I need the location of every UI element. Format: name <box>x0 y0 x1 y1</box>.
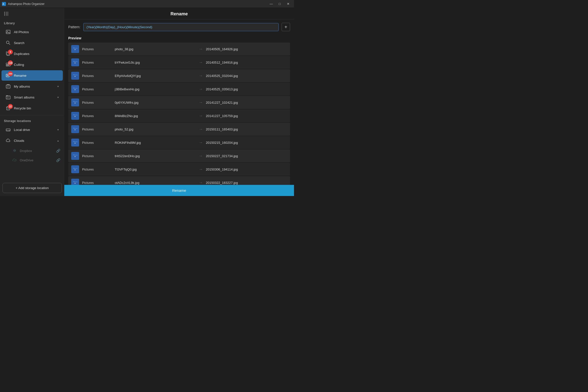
file-original-name: photo_38.jpg <box>115 47 196 51</box>
table-row: Pictures ERyHAx6dQIY.jpg → 20140525_0320… <box>68 69 290 82</box>
arrow-icon: → <box>199 87 203 91</box>
file-folder-icon <box>71 85 79 93</box>
sidebar-item-search[interactable]: Search <box>1 38 63 48</box>
file-folder-icon <box>71 112 79 120</box>
file-renamed-name: 20150111_165403.jpg <box>206 128 287 131</box>
table-row: Pictures 8IWeBlzZNo.jpg → 20141227_10575… <box>68 110 290 122</box>
sidebar-item-my-albums[interactable]: My albums ▾ <box>1 81 63 92</box>
table-row: Pictures ROKiNFIhd9M.jpg → 20150215_1602… <box>68 136 290 149</box>
folder-name: Pictures <box>82 168 112 171</box>
smart-albums-icon <box>5 94 11 100</box>
pattern-add-button[interactable]: + <box>282 23 290 31</box>
titlebar-left: A Ashampoo Photo Organizer <box>2 2 44 6</box>
sidebar-item-duplicates[interactable]: 9 Duplicates <box>1 48 63 59</box>
file-original-name: photo_52.jpg <box>115 128 196 131</box>
file-renamed-name: 20141227_102421.jpg <box>206 101 287 104</box>
cloud-icon <box>5 138 11 143</box>
onedrive-icon <box>12 158 17 163</box>
sidebar-item-label: My albums <box>14 85 54 88</box>
arrow-icon: → <box>199 114 203 118</box>
chevron-down-icon: ▾ <box>57 96 59 99</box>
arrow-icon: → <box>199 140 203 145</box>
hamburger-menu[interactable]: ||| <box>0 8 64 19</box>
titlebar-controls: — □ ✕ <box>267 0 292 8</box>
sidebar: ||| Library All Photos Search <box>0 8 64 196</box>
dropbox-label: Dropbox <box>20 149 54 153</box>
titlebar: A Ashampoo Photo Organizer — □ ✕ <box>0 0 294 8</box>
table-row: Pictures photo_38.jpg → 20140505_164926.… <box>68 42 290 56</box>
file-folder-icon <box>71 138 79 146</box>
sidebar-item-smart-albums[interactable]: Smart albums ▾ <box>1 92 63 102</box>
file-folder-icon <box>71 165 79 173</box>
arrow-icon: → <box>199 100 203 105</box>
sidebar-item-onedrive[interactable]: OneDrive 🔗 <box>0 156 64 165</box>
file-folder-icon <box>71 152 79 160</box>
pattern-row: Pattern: + <box>64 19 294 35</box>
folder-name: Pictures <box>82 181 112 184</box>
sidebar-item-local-drive[interactable]: Local drive ▾ <box>1 124 63 135</box>
recycle-badge: 22 <box>8 104 13 109</box>
chevron-down-icon: ▾ <box>57 128 59 132</box>
dropbox-icon <box>12 148 17 154</box>
sidebar-item-label: Duplicates <box>14 52 59 56</box>
chevron-up-icon: ▴ <box>57 139 59 142</box>
arrow-icon: → <box>199 74 203 78</box>
file-original-name: TfJVFTsjQ0.jpg <box>115 168 196 171</box>
sidebar-item-recycle-bin[interactable]: 22 Recycle bin <box>1 103 63 113</box>
search-icon <box>5 40 11 46</box>
rename-button[interactable]: Rename <box>64 185 294 196</box>
svg-text:A: A <box>2 3 4 6</box>
sidebar-item-all-photos[interactable]: All Photos <box>1 27 63 37</box>
pattern-input[interactable] <box>83 23 279 31</box>
svg-rect-20 <box>6 96 10 99</box>
svg-point-30 <box>9 131 10 131</box>
maximize-button[interactable]: □ <box>276 0 284 8</box>
table-row: Pictures TfJVFTsjQ0.jpg → 20150306_19411… <box>68 163 290 176</box>
folder-name: Pictures <box>82 141 112 144</box>
folder-name: Pictures <box>82 101 112 104</box>
folder-name: Pictures <box>82 154 112 158</box>
sidebar-item-clouds[interactable]: Clouds ▴ <box>1 135 63 146</box>
table-row: Pictures 0p6YXUWfrs.jpg → 20141227_10242… <box>68 96 290 109</box>
image-icon <box>5 29 11 35</box>
pattern-label: Pattern: <box>68 25 80 29</box>
sidebar-item-culling[interactable]: 118 Culling <box>1 60 63 70</box>
file-original-name: ERyHAx6dQIY.jpg <box>115 74 196 78</box>
minimize-button[interactable]: — <box>267 0 275 8</box>
app-icon: A <box>2 2 6 6</box>
svg-point-3 <box>7 31 8 32</box>
table-row: Pictures tHtS22enDHo.jpg → 20150227_0217… <box>68 150 290 162</box>
sidebar-item-label: All Photos <box>14 30 59 34</box>
file-renamed-name: 20150322_183227.jpg <box>206 181 287 184</box>
sidebar-item-label: Culling <box>14 63 59 66</box>
folder-name: Pictures <box>82 114 112 118</box>
onedrive-label: OneDrive <box>20 158 54 162</box>
storage-section-title: Storage locations <box>0 117 64 124</box>
file-folder-icon <box>71 45 79 53</box>
link-icon[interactable]: 🔗 <box>56 149 60 153</box>
arrow-icon: → <box>199 127 203 132</box>
sidebar-item-label: Smart albums <box>14 96 54 99</box>
folder-name: Pictures <box>82 74 112 78</box>
sidebar-item-label: Recycle bin <box>14 106 59 110</box>
preview-section: Preview Pictures photo_38.jpg → 20140505… <box>64 35 294 185</box>
table-row: Pictures otADc2vVL9k.jpg → 20150322_1832… <box>68 176 290 185</box>
preview-rows: Pictures photo_38.jpg → 20140505_164926.… <box>68 42 290 185</box>
arrow-icon: → <box>199 154 203 158</box>
file-folder-icon <box>71 98 79 106</box>
close-button[interactable]: ✕ <box>284 0 292 8</box>
rename-badge: 284 <box>8 71 13 76</box>
arrow-icon: → <box>199 180 203 185</box>
sidebar-item-label: Clouds <box>14 139 54 142</box>
file-original-name: otADc2vVL9k.jpg <box>115 181 196 184</box>
sidebar-item-dropbox[interactable]: Dropbox 🔗 <box>0 146 64 156</box>
sidebar-item-rename[interactable]: 284 Rename <box>1 70 63 81</box>
file-renamed-name: 20140512_194916.jpg <box>206 61 287 64</box>
link-icon[interactable]: 🔗 <box>56 158 60 162</box>
duplicates-badge: 9 <box>8 50 13 54</box>
file-original-name: tHtS22enDHo.jpg <box>115 154 196 158</box>
add-storage-button[interactable]: + Add storage location <box>2 183 62 193</box>
svg-rect-8 <box>6 63 8 64</box>
arrow-icon: → <box>199 167 203 172</box>
table-row: Pictures photo_52.jpg → 20150111_165403.… <box>68 123 290 136</box>
